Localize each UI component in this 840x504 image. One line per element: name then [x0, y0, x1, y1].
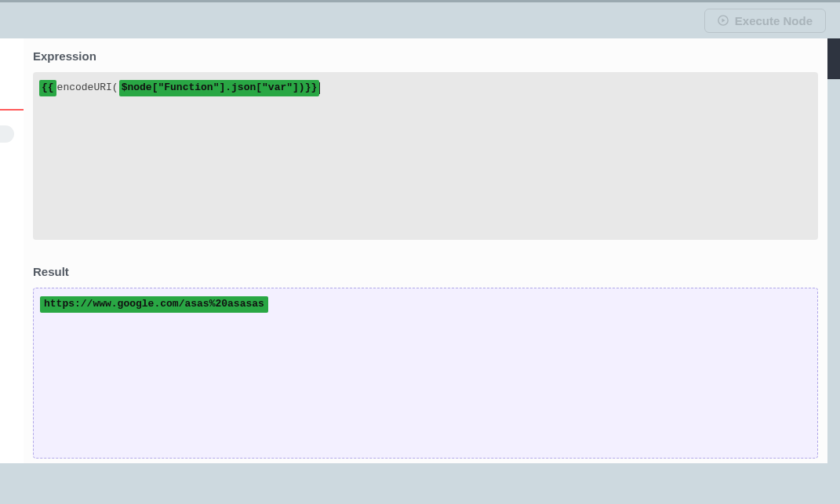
expression-token-open-braces: {{: [39, 80, 56, 96]
expression-section-label: Expression: [33, 49, 818, 63]
header-bar: Execute Node: [0, 2, 840, 38]
execute-node-label: Execute Node: [735, 14, 813, 27]
expression-input[interactable]: {{ encodeURI( $node["Function"].json["va…: [33, 72, 818, 240]
play-circle-icon: [718, 15, 729, 26]
execute-node-button[interactable]: Execute Node: [704, 9, 826, 33]
expression-editor-panel: Expression {{ encodeURI( $node["Function…: [24, 38, 827, 463]
left-sidebar-active-indicator: [0, 109, 24, 111]
expression-token-function-call: encodeURI(: [56, 80, 119, 96]
expression-token-node-reference: $node["Function"].json["var"])}}: [119, 80, 320, 96]
result-output: https://www.google.com/asas%20asasas: [33, 288, 818, 459]
right-docker-strip: [827, 38, 840, 79]
left-sidebar-sliver: [0, 38, 24, 463]
section-spacer: [33, 240, 818, 265]
expression-content: {{ encodeURI( $node["Function"].json["va…: [39, 80, 322, 96]
result-section-label: Result: [33, 265, 818, 278]
text-cursor: [319, 82, 320, 94]
result-value: https://www.google.com/asas%20asasas: [40, 296, 268, 313]
